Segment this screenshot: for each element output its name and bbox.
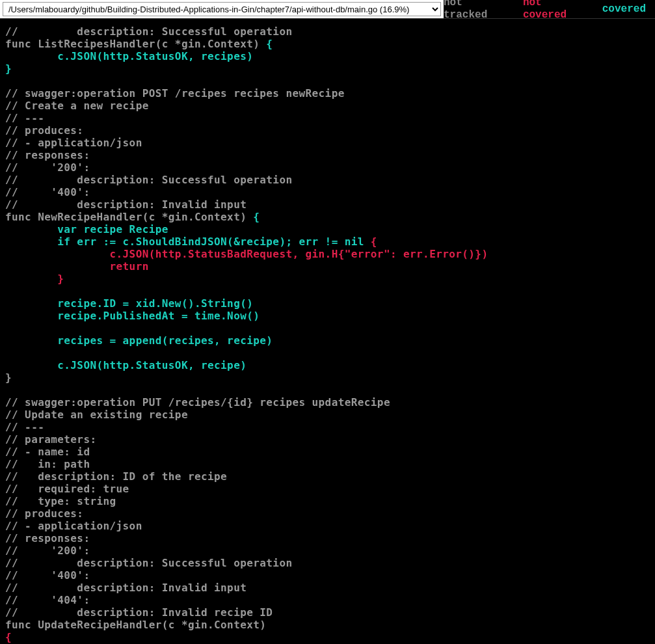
legend-not-covered: not covered xyxy=(523,0,589,21)
legend-not-tracked: not tracked xyxy=(444,0,510,21)
file-selector[interactable]: /Users/mlabouardy/github/Building-Distri… xyxy=(3,2,441,16)
code-view: // description: Successful operation fun… xyxy=(0,19,655,644)
legend-covered: covered xyxy=(602,3,646,16)
coverage-legend: not tracked not covered covered xyxy=(444,0,655,18)
coverage-topbar: /Users/mlabouardy/github/Building-Distri… xyxy=(0,0,655,19)
